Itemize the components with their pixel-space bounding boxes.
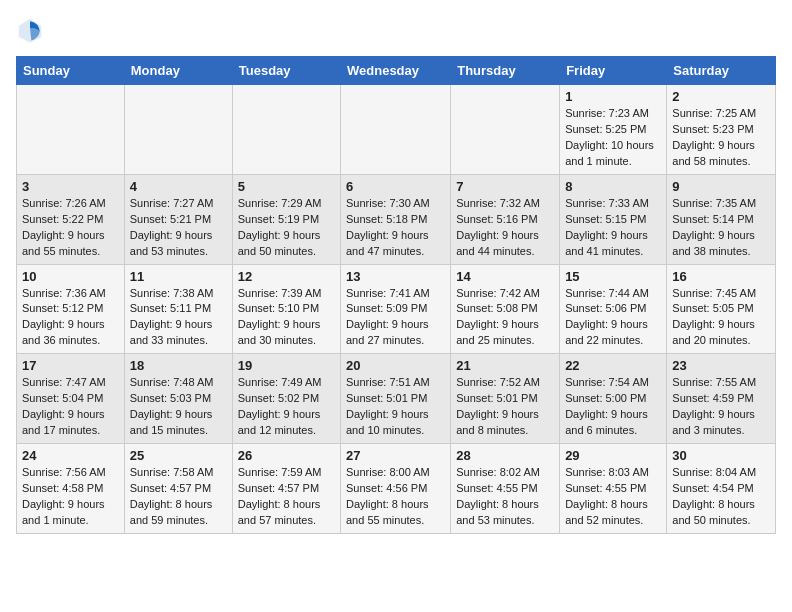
day-number: 21: [456, 358, 554, 373]
day-info: Sunrise: 8:04 AM Sunset: 4:54 PM Dayligh…: [672, 465, 770, 529]
day-info: Sunrise: 7:55 AM Sunset: 4:59 PM Dayligh…: [672, 375, 770, 439]
calendar-table: SundayMondayTuesdayWednesdayThursdayFrid…: [16, 56, 776, 534]
day-info: Sunrise: 7:23 AM Sunset: 5:25 PM Dayligh…: [565, 106, 661, 170]
day-number: 24: [22, 448, 119, 463]
calendar-cell: 18Sunrise: 7:48 AM Sunset: 5:03 PM Dayli…: [124, 354, 232, 444]
day-number: 1: [565, 89, 661, 104]
calendar-cell: [451, 85, 560, 175]
day-info: Sunrise: 8:02 AM Sunset: 4:55 PM Dayligh…: [456, 465, 554, 529]
day-number: 16: [672, 269, 770, 284]
calendar-cell: 19Sunrise: 7:49 AM Sunset: 5:02 PM Dayli…: [232, 354, 340, 444]
calendar-cell: 14Sunrise: 7:42 AM Sunset: 5:08 PM Dayli…: [451, 264, 560, 354]
calendar-cell: 21Sunrise: 7:52 AM Sunset: 5:01 PM Dayli…: [451, 354, 560, 444]
calendar-week-row: 24Sunrise: 7:56 AM Sunset: 4:58 PM Dayli…: [17, 444, 776, 534]
day-number: 22: [565, 358, 661, 373]
day-number: 14: [456, 269, 554, 284]
day-number: 10: [22, 269, 119, 284]
calendar-cell: 9Sunrise: 7:35 AM Sunset: 5:14 PM Daylig…: [667, 174, 776, 264]
weekday-header: Friday: [560, 57, 667, 85]
day-info: Sunrise: 7:47 AM Sunset: 5:04 PM Dayligh…: [22, 375, 119, 439]
calendar-cell: 20Sunrise: 7:51 AM Sunset: 5:01 PM Dayli…: [341, 354, 451, 444]
day-number: 23: [672, 358, 770, 373]
calendar-cell: 26Sunrise: 7:59 AM Sunset: 4:57 PM Dayli…: [232, 444, 340, 534]
day-number: 26: [238, 448, 335, 463]
calendar-cell: 4Sunrise: 7:27 AM Sunset: 5:21 PM Daylig…: [124, 174, 232, 264]
calendar-cell: 7Sunrise: 7:32 AM Sunset: 5:16 PM Daylig…: [451, 174, 560, 264]
calendar-cell: 2Sunrise: 7:25 AM Sunset: 5:23 PM Daylig…: [667, 85, 776, 175]
day-info: Sunrise: 7:42 AM Sunset: 5:08 PM Dayligh…: [456, 286, 554, 350]
day-info: Sunrise: 7:35 AM Sunset: 5:14 PM Dayligh…: [672, 196, 770, 260]
day-info: Sunrise: 7:33 AM Sunset: 5:15 PM Dayligh…: [565, 196, 661, 260]
calendar-cell: 11Sunrise: 7:38 AM Sunset: 5:11 PM Dayli…: [124, 264, 232, 354]
calendar-cell: [232, 85, 340, 175]
calendar-cell: 24Sunrise: 7:56 AM Sunset: 4:58 PM Dayli…: [17, 444, 125, 534]
day-info: Sunrise: 7:29 AM Sunset: 5:19 PM Dayligh…: [238, 196, 335, 260]
logo: [16, 16, 48, 44]
calendar-cell: [17, 85, 125, 175]
day-info: Sunrise: 7:32 AM Sunset: 5:16 PM Dayligh…: [456, 196, 554, 260]
day-info: Sunrise: 7:41 AM Sunset: 5:09 PM Dayligh…: [346, 286, 445, 350]
calendar-cell: [341, 85, 451, 175]
calendar-body: 1Sunrise: 7:23 AM Sunset: 5:25 PM Daylig…: [17, 85, 776, 534]
calendar-cell: 29Sunrise: 8:03 AM Sunset: 4:55 PM Dayli…: [560, 444, 667, 534]
day-number: 9: [672, 179, 770, 194]
day-number: 29: [565, 448, 661, 463]
calendar-cell: 1Sunrise: 7:23 AM Sunset: 5:25 PM Daylig…: [560, 85, 667, 175]
calendar-week-row: 17Sunrise: 7:47 AM Sunset: 5:04 PM Dayli…: [17, 354, 776, 444]
day-number: 12: [238, 269, 335, 284]
calendar-cell: 17Sunrise: 7:47 AM Sunset: 5:04 PM Dayli…: [17, 354, 125, 444]
calendar-cell: 27Sunrise: 8:00 AM Sunset: 4:56 PM Dayli…: [341, 444, 451, 534]
calendar-cell: 5Sunrise: 7:29 AM Sunset: 5:19 PM Daylig…: [232, 174, 340, 264]
day-info: Sunrise: 7:36 AM Sunset: 5:12 PM Dayligh…: [22, 286, 119, 350]
weekday-header: Saturday: [667, 57, 776, 85]
calendar-cell: 28Sunrise: 8:02 AM Sunset: 4:55 PM Dayli…: [451, 444, 560, 534]
day-number: 13: [346, 269, 445, 284]
calendar-cell: 23Sunrise: 7:55 AM Sunset: 4:59 PM Dayli…: [667, 354, 776, 444]
calendar-week-row: 1Sunrise: 7:23 AM Sunset: 5:25 PM Daylig…: [17, 85, 776, 175]
weekday-header: Monday: [124, 57, 232, 85]
weekday-header: Thursday: [451, 57, 560, 85]
day-info: Sunrise: 7:44 AM Sunset: 5:06 PM Dayligh…: [565, 286, 661, 350]
calendar-cell: 15Sunrise: 7:44 AM Sunset: 5:06 PM Dayli…: [560, 264, 667, 354]
day-info: Sunrise: 7:59 AM Sunset: 4:57 PM Dayligh…: [238, 465, 335, 529]
calendar-cell: 12Sunrise: 7:39 AM Sunset: 5:10 PM Dayli…: [232, 264, 340, 354]
day-number: 25: [130, 448, 227, 463]
day-info: Sunrise: 7:51 AM Sunset: 5:01 PM Dayligh…: [346, 375, 445, 439]
calendar-cell: 25Sunrise: 7:58 AM Sunset: 4:57 PM Dayli…: [124, 444, 232, 534]
day-number: 15: [565, 269, 661, 284]
day-number: 28: [456, 448, 554, 463]
day-number: 2: [672, 89, 770, 104]
weekday-header: Sunday: [17, 57, 125, 85]
generalblue-logo-icon: [16, 16, 44, 44]
calendar-cell: 22Sunrise: 7:54 AM Sunset: 5:00 PM Dayli…: [560, 354, 667, 444]
calendar-cell: 10Sunrise: 7:36 AM Sunset: 5:12 PM Dayli…: [17, 264, 125, 354]
day-info: Sunrise: 7:52 AM Sunset: 5:01 PM Dayligh…: [456, 375, 554, 439]
day-number: 20: [346, 358, 445, 373]
day-info: Sunrise: 7:26 AM Sunset: 5:22 PM Dayligh…: [22, 196, 119, 260]
calendar-cell: 8Sunrise: 7:33 AM Sunset: 5:15 PM Daylig…: [560, 174, 667, 264]
day-info: Sunrise: 7:48 AM Sunset: 5:03 PM Dayligh…: [130, 375, 227, 439]
day-info: Sunrise: 7:25 AM Sunset: 5:23 PM Dayligh…: [672, 106, 770, 170]
day-info: Sunrise: 8:03 AM Sunset: 4:55 PM Dayligh…: [565, 465, 661, 529]
day-number: 30: [672, 448, 770, 463]
day-info: Sunrise: 7:30 AM Sunset: 5:18 PM Dayligh…: [346, 196, 445, 260]
weekday-header: Wednesday: [341, 57, 451, 85]
day-number: 19: [238, 358, 335, 373]
calendar-week-row: 10Sunrise: 7:36 AM Sunset: 5:12 PM Dayli…: [17, 264, 776, 354]
day-info: Sunrise: 7:27 AM Sunset: 5:21 PM Dayligh…: [130, 196, 227, 260]
calendar-cell: [124, 85, 232, 175]
calendar-header: SundayMondayTuesdayWednesdayThursdayFrid…: [17, 57, 776, 85]
day-number: 27: [346, 448, 445, 463]
day-number: 8: [565, 179, 661, 194]
day-info: Sunrise: 7:45 AM Sunset: 5:05 PM Dayligh…: [672, 286, 770, 350]
day-info: Sunrise: 7:49 AM Sunset: 5:02 PM Dayligh…: [238, 375, 335, 439]
calendar-cell: 16Sunrise: 7:45 AM Sunset: 5:05 PM Dayli…: [667, 264, 776, 354]
day-info: Sunrise: 7:56 AM Sunset: 4:58 PM Dayligh…: [22, 465, 119, 529]
calendar-week-row: 3Sunrise: 7:26 AM Sunset: 5:22 PM Daylig…: [17, 174, 776, 264]
day-number: 11: [130, 269, 227, 284]
day-info: Sunrise: 7:38 AM Sunset: 5:11 PM Dayligh…: [130, 286, 227, 350]
day-number: 18: [130, 358, 227, 373]
day-number: 7: [456, 179, 554, 194]
day-info: Sunrise: 7:39 AM Sunset: 5:10 PM Dayligh…: [238, 286, 335, 350]
day-number: 3: [22, 179, 119, 194]
